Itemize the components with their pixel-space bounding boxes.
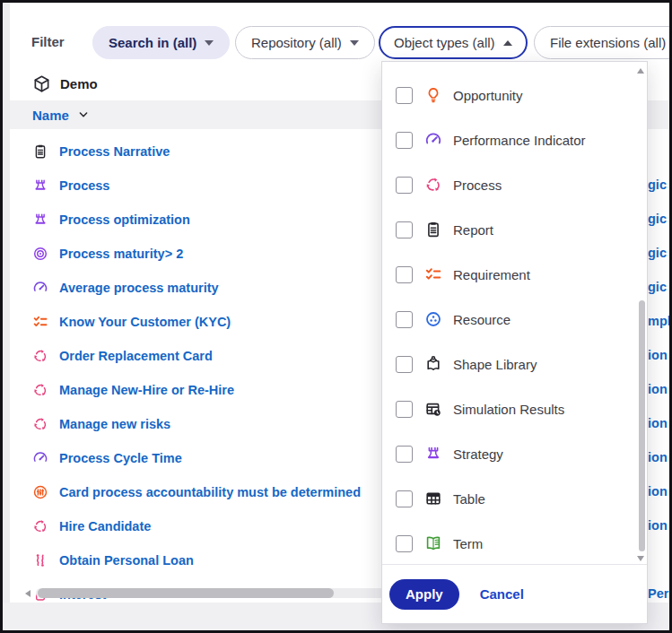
clipped-text-fragment: mpl bbox=[648, 314, 669, 330]
clipped-text-fragment: gic P bbox=[648, 246, 669, 262]
option-label: Table bbox=[453, 491, 485, 507]
recycle-icon bbox=[32, 518, 48, 534]
clipped-text-fragment: ion bbox=[648, 382, 669, 398]
list-item-label[interactable]: Order Replacement Card bbox=[59, 349, 213, 363]
journey-icon bbox=[32, 552, 48, 568]
object-type-option[interactable]: Resource bbox=[382, 297, 647, 342]
object-type-option[interactable]: Report bbox=[382, 207, 647, 252]
object-type-option[interactable]: Opportunity bbox=[382, 73, 647, 117]
clipboard-icon bbox=[424, 221, 442, 238]
option-checkbox[interactable] bbox=[396, 535, 413, 552]
clipped-text-fragment: ion bbox=[648, 416, 669, 432]
option-checkbox[interactable] bbox=[396, 221, 413, 238]
option-label: Process bbox=[453, 178, 502, 193]
filter-label: Filter bbox=[31, 34, 65, 49]
simulation-results-icon bbox=[424, 400, 442, 418]
list-item-label[interactable]: Know Your Customer (KYC) bbox=[59, 315, 231, 329]
clipped-text-fragment: ion bbox=[648, 348, 669, 364]
checklist-icon bbox=[424, 265, 442, 283]
scroll-up-arrow-icon[interactable] bbox=[637, 68, 644, 74]
lightbulb-icon bbox=[424, 86, 442, 104]
option-label: Resource bbox=[453, 312, 511, 327]
gauge-icon bbox=[424, 131, 442, 149]
shape-library-icon bbox=[424, 355, 442, 373]
object-type-option[interactable]: Performance Indicator bbox=[382, 117, 647, 162]
option-label: Simulation Results bbox=[453, 402, 564, 417]
option-checkbox[interactable] bbox=[396, 401, 413, 418]
object-type-option[interactable]: Simulation Results bbox=[382, 386, 647, 431]
rook-icon bbox=[32, 178, 48, 194]
option-checkbox[interactable] bbox=[396, 446, 413, 463]
chevron-down-icon bbox=[350, 40, 359, 46]
cancel-button[interactable]: Cancel bbox=[480, 586, 524, 602]
chevron-down-icon bbox=[76, 108, 91, 122]
target-icon bbox=[32, 246, 48, 262]
name-column-label: Name bbox=[32, 108, 69, 123]
option-checkbox[interactable] bbox=[396, 266, 413, 283]
option-label: Shape Library bbox=[453, 357, 537, 372]
cube-icon bbox=[32, 74, 51, 93]
scroll-left-arrow-icon[interactable] bbox=[25, 590, 31, 597]
left-panel-edge bbox=[3, 3, 10, 630]
object-type-option[interactable]: Requirement bbox=[382, 252, 647, 297]
list-item-label[interactable]: Manage New-Hire or Re-Hire bbox=[59, 383, 234, 397]
resource-icon bbox=[424, 310, 442, 328]
object-type-option[interactable]: Term bbox=[382, 521, 647, 566]
object-type-options-list: OpportunityPerformance IndicatorProcessR… bbox=[382, 73, 647, 566]
clipped-text-fragment: ion bbox=[648, 518, 669, 534]
recycle-icon bbox=[32, 416, 48, 432]
term-icon bbox=[424, 534, 442, 552]
dropdown-scrollbar-thumb[interactable] bbox=[639, 300, 645, 551]
rook-icon bbox=[424, 445, 442, 463]
option-label: Report bbox=[453, 222, 493, 238]
object-types-filter-label: Object types (all) bbox=[394, 35, 495, 50]
repository-name: Demo bbox=[60, 76, 98, 91]
option-checkbox[interactable] bbox=[396, 311, 413, 328]
option-label: Opportunity bbox=[453, 88, 523, 103]
list-item-label[interactable]: Process optimization bbox=[59, 212, 190, 227]
apply-button[interactable]: Apply bbox=[389, 579, 459, 610]
list-item-label[interactable]: Average process maturity bbox=[59, 281, 219, 295]
chevron-up-icon bbox=[503, 40, 512, 46]
option-checkbox[interactable] bbox=[396, 177, 413, 194]
sort-chevron-down-icon[interactable] bbox=[76, 108, 91, 122]
dropdown-footer: Apply Cancel bbox=[382, 564, 647, 623]
clipped-text-fragment: gic P bbox=[648, 212, 669, 228]
list-item-label[interactable]: Card process accountability must be dete… bbox=[59, 485, 361, 499]
option-checkbox[interactable] bbox=[396, 356, 413, 373]
option-label: Requirement bbox=[453, 267, 530, 282]
option-checkbox[interactable] bbox=[396, 87, 413, 104]
horizontal-scrollbar-thumb[interactable] bbox=[38, 588, 334, 598]
object-types-filter-button[interactable]: Object types (all) bbox=[379, 26, 528, 59]
list-item-label[interactable]: Process Narrative bbox=[59, 144, 170, 159]
clipboard-icon bbox=[32, 143, 48, 160]
file-extensions-filter-button[interactable]: File extensions (all) bbox=[534, 26, 672, 59]
option-checkbox[interactable] bbox=[396, 132, 413, 149]
list-item-label[interactable]: Process Cycle Time bbox=[59, 451, 182, 465]
list-item-label[interactable]: Manage new risks bbox=[59, 417, 170, 431]
checklist-icon bbox=[32, 314, 48, 330]
scroll-down-arrow-icon[interactable] bbox=[637, 556, 644, 561]
repository-filter-button[interactable]: Repository (all) bbox=[235, 26, 375, 59]
clipped-text-fragment: gic P bbox=[648, 178, 669, 194]
object-types-dropdown: OpportunityPerformance IndicatorProcessR… bbox=[381, 61, 648, 624]
object-type-option[interactable]: Table bbox=[382, 476, 647, 521]
list-item-label[interactable]: Process bbox=[59, 178, 109, 193]
object-type-option[interactable]: Strategy bbox=[382, 431, 647, 476]
object-type-option[interactable]: Shape Library bbox=[382, 342, 647, 386]
sliders-icon bbox=[32, 484, 48, 500]
option-label: Performance Indicator bbox=[453, 133, 586, 148]
option-label: Strategy bbox=[453, 447, 503, 462]
rook-icon bbox=[32, 212, 48, 228]
list-item-label[interactable]: Hire Candidate bbox=[59, 519, 151, 533]
list-item-label[interactable]: Process maturity> 2 bbox=[59, 247, 183, 261]
search-in-filter-button[interactable]: Search in (all) bbox=[92, 26, 230, 59]
list-item-label[interactable]: Obtain Personal Loan bbox=[59, 553, 194, 568]
object-type-option[interactable]: Process bbox=[382, 162, 647, 207]
recycle-icon bbox=[32, 382, 48, 398]
table-icon bbox=[424, 490, 442, 507]
gauge-icon bbox=[32, 280, 48, 296]
file-extensions-filter-label: File extensions (all) bbox=[550, 35, 666, 50]
option-label: Term bbox=[453, 536, 483, 551]
option-checkbox[interactable] bbox=[396, 490, 413, 507]
